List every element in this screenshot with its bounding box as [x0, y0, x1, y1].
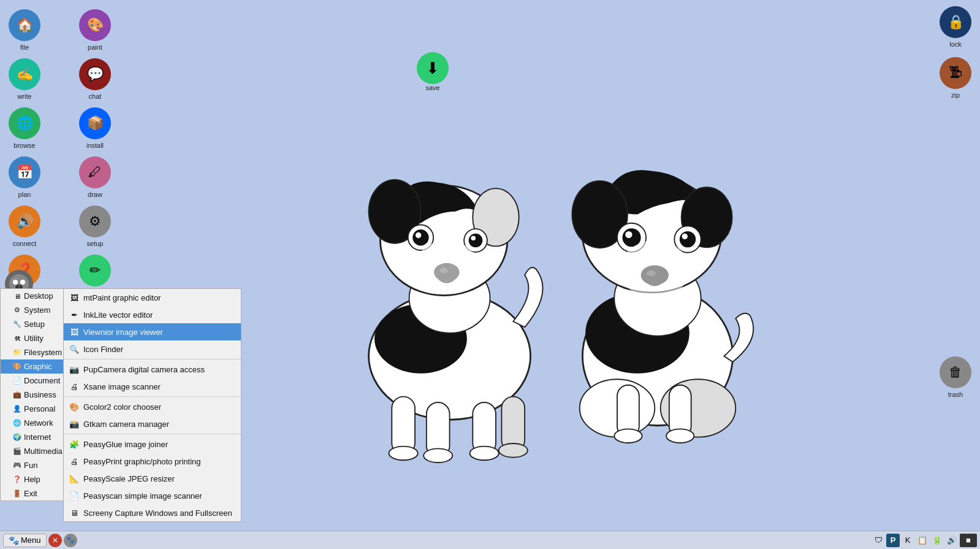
svg-point-48 — [18, 285, 20, 288]
inklite-icon: ✒ — [69, 309, 80, 320]
submenu-peasyglue[interactable]: 🧩 PeasyGlue image joiner — [64, 436, 241, 453]
svg-point-6 — [389, 446, 417, 460]
svg-point-29 — [614, 429, 642, 443]
submenu-gcolor2[interactable]: 🎨 Gcolor2 color chooser — [64, 398, 241, 415]
svg-point-7 — [424, 448, 452, 463]
submenu-viewnior[interactable]: 🖼 Viewnior image viewer — [64, 323, 241, 340]
taskbar: 🐾 Menu ✕ 🐾 🛡 P K 📋 🔋 🔊 ■ — [0, 531, 980, 549]
pupcamera-icon: 📷 — [69, 364, 80, 375]
svg-rect-2 — [392, 396, 415, 454]
tray-security-icon[interactable]: 🛡 — [872, 534, 885, 547]
taskbar-puppy-icon[interactable]: 🐾 — [64, 534, 77, 547]
submenu-inklite[interactable]: ✒ InkLite vector editor — [64, 306, 241, 323]
menu-network-icon: 🌐 — [13, 419, 21, 428]
menu-utility-icon: 🛠 — [13, 334, 21, 343]
tray-volume-icon[interactable]: 🔊 — [945, 534, 959, 547]
submenu-peasyprint[interactable]: 🖨 PeasyPrint graphic/photo printing — [64, 453, 241, 470]
icon-zip[interactable]: 🗜 zip — [934, 57, 977, 99]
screeny-icon: 🖥 — [69, 507, 80, 518]
viewnior-icon: 🖼 — [69, 326, 80, 337]
submenu-peasyscan[interactable]: 📄 Peasyscan simple image scanner — [64, 487, 241, 504]
peasyscan-icon: 📄 — [69, 490, 80, 501]
peasyscale-icon: 📐 — [69, 473, 80, 484]
menu-business-icon: 💼 — [13, 391, 21, 399]
svg-point-43 — [620, 240, 689, 298]
icon-paint[interactable]: 🎨 paint — [74, 6, 116, 55]
peasyprint-icon: 🖨 — [69, 456, 80, 467]
menu-document-icon: 📄 — [13, 377, 21, 385]
menu-filesystem-icon: 📁 — [13, 348, 21, 357]
submenu-xsane[interactable]: 🖨 Xsane image scanner — [64, 378, 241, 395]
submenu-pupcamera[interactable]: 📷 PupCamera digital camera access — [64, 361, 241, 378]
xsane-icon: 🖨 — [69, 381, 80, 392]
menu-graphic-icon: 🎨 — [13, 363, 21, 371]
taskbar-tray: 🛡 P K 📋 🔋 🔊 ■ — [872, 534, 977, 547]
menu-internet-icon: 🌍 — [13, 433, 21, 442]
svg-point-46 — [20, 280, 25, 285]
mtpaint-icon: 🖼 — [69, 292, 80, 303]
svg-point-45 — [13, 280, 18, 285]
svg-point-16 — [415, 232, 420, 237]
svg-point-9 — [498, 443, 527, 457]
menu-fun-icon: 🎮 — [13, 461, 21, 470]
tray-screen-icon[interactable]: ■ — [960, 534, 977, 547]
save-button[interactable]: ⬇ save — [417, 52, 449, 91]
iconfinder-icon: 🔍 — [69, 344, 80, 355]
svg-point-30 — [666, 429, 694, 443]
menu-multimedia-icon: 🎬 — [13, 447, 21, 456]
peasyglue-icon: 🧩 — [69, 439, 80, 450]
icon-connect[interactable]: 🔊 connect — [3, 202, 46, 251]
svg-point-15 — [412, 229, 428, 245]
icon-draw[interactable]: 🖊 draw — [74, 153, 116, 202]
menu-personal-icon: 👤 — [13, 405, 21, 413]
gtkam-icon: 📸 — [69, 418, 80, 429]
submenu-peasyscale[interactable]: 📐 PeasyScale JPEG resizer — [64, 470, 241, 487]
menu-setup-icon: 🔧 — [13, 320, 21, 329]
submenu-gtkam[interactable]: 📸 Gtkam camera manager — [64, 415, 241, 432]
svg-point-8 — [469, 446, 498, 460]
taskbar-start: 🐾 Menu ✕ 🐾 — [3, 534, 77, 547]
gcolor2-icon: 🎨 — [69, 401, 80, 412]
svg-point-39 — [679, 231, 695, 247]
submenu-mtpaint[interactable]: 🖼 mtPaint graphic editor — [64, 289, 241, 306]
icon-setup[interactable]: ⚙ setup — [74, 202, 116, 251]
submenu-divider-1 — [64, 359, 241, 359]
taskbar-close-icon[interactable]: ✕ — [48, 534, 62, 547]
menu-exit-icon: 🚪 — [13, 489, 21, 498]
dogs-illustration — [260, 79, 812, 483]
icon-trash[interactable]: 🗑 trash — [934, 356, 977, 398]
tray-k-icon[interactable]: K — [901, 534, 914, 547]
svg-point-18 — [468, 233, 482, 247]
icon-plan[interactable]: 📅 plan — [3, 153, 46, 202]
submenu-screeny[interactable]: 🖥 Screeny Capture Windows and Fullscreen — [64, 504, 241, 521]
puppy-logo: 🐾 — [9, 536, 19, 545]
submenu-divider-2 — [64, 396, 241, 397]
right-side-icons: 🔒 lock 🗜 zip 🗑 trash — [931, 0, 980, 410]
icon-lock[interactable]: 🔒 lock — [934, 6, 977, 48]
tray-clipboard-icon[interactable]: 📋 — [916, 534, 929, 547]
start-menu-button[interactable]: 🐾 Menu — [3, 534, 47, 547]
desktop-wallpaper — [153, 37, 919, 524]
graphic-submenu[interactable]: 🖼 mtPaint graphic editor ✒ InkLite vecto… — [63, 288, 241, 522]
svg-point-37 — [625, 231, 632, 237]
icon-write[interactable]: ✍ write — [3, 55, 46, 104]
menu-desktop-icon: 🖥 — [13, 292, 21, 301]
menu-system-icon: ⚙ — [13, 306, 21, 315]
icon-browse[interactable]: 🌐 browse — [3, 104, 46, 153]
svg-point-40 — [682, 233, 687, 239]
submenu-iconfinder[interactable]: 🔍 Icon Finder — [64, 340, 241, 358]
submenu-divider-3 — [64, 434, 241, 434]
icon-file[interactable]: 🏠 file — [3, 6, 46, 55]
tray-battery-icon[interactable]: 🔋 — [930, 534, 944, 547]
tray-p-icon[interactable]: P — [886, 534, 900, 547]
svg-point-22 — [415, 240, 479, 293]
icon-install[interactable]: 📦 install — [74, 104, 116, 153]
svg-point-19 — [471, 236, 476, 240]
menu-help-icon: ❓ — [13, 475, 21, 484]
icon-chat[interactable]: 💬 chat — [74, 55, 116, 104]
